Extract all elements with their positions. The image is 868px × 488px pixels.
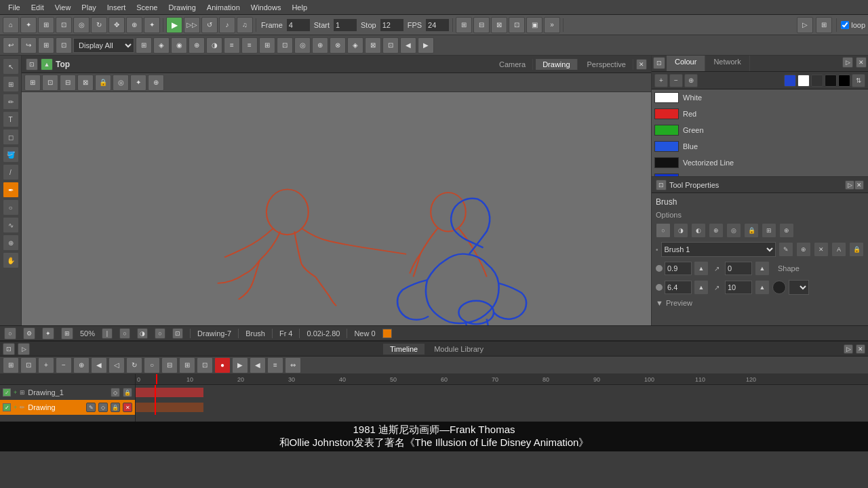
tb2-btn-5[interactable]: ⊞ [136,37,152,54]
vp-tb-2[interactable]: ⊡ [42,75,58,91]
opt-btn-5[interactable]: ◎ [726,223,741,238]
tp-copy-btn[interactable]: ⊕ [796,242,811,257]
tb2-btn-2[interactable]: ↪ [20,37,37,54]
home-button[interactable]: ⌂ [3,17,19,33]
tb2-btn-14[interactable]: ◎ [294,37,311,54]
right-tab-colour[interactable]: Colour [667,56,705,71]
ct-color-blue[interactable] [784,75,796,87]
rp-panel-icon[interactable]: ⊡ [653,57,665,69]
tb2-btn-15[interactable]: ⊕ [312,37,328,54]
tp-edit-btn[interactable]: ✎ [778,242,793,257]
menu-animation[interactable]: Animation [201,2,245,13]
render-btn-3[interactable]: ⊠ [491,17,507,33]
tl-close-btn[interactable]: ✕ [856,344,865,354]
tool-draw[interactable]: ✏ [3,94,19,110]
angle2-inc[interactable]: ▲ [755,280,770,295]
tp-panel-icon[interactable]: ⊡ [656,180,667,190]
frame-input[interactable] [286,18,311,32]
expand-btn[interactable]: ▷ [797,17,813,33]
layer2-lock[interactable]: 🔒 [111,403,120,412]
tool-btn-5[interactable]: ↻ [91,17,107,33]
tl-tb-14[interactable]: ▶ [232,357,248,373]
angle2-input[interactable] [725,281,752,294]
tb2-btn-8[interactable]: ⊕ [189,37,205,54]
size-input[interactable] [665,262,692,275]
tb2-btn-12[interactable]: ⊞ [259,37,275,54]
view-btn[interactable]: ⊞ [816,17,832,33]
layer2-check[interactable]: ✓ [3,403,11,411]
tl-tb-8[interactable]: ↻ [126,357,142,373]
tl-tb-16[interactable]: ≡ [267,357,283,373]
menu-drawing[interactable]: Drawing [163,2,201,13]
color-row-5[interactable]: New 2 [652,171,868,176]
ct-color-white[interactable] [797,75,810,87]
tool-select[interactable]: ↖ [3,58,19,75]
tp-delete-btn[interactable]: ✕ [814,242,829,257]
vp-tb-8[interactable]: ⊕ [148,75,164,91]
menu-view[interactable]: View [50,2,77,13]
tp-close-btn[interactable]: ✕ [854,180,864,190]
sb-icon-6[interactable]: ○ [119,328,130,339]
tool-btn-8[interactable]: ✦ [144,17,160,33]
render-btn-4[interactable]: ⊡ [509,17,525,33]
tp-text-btn[interactable]: A [831,242,846,257]
tl-tb-13[interactable]: ● [214,357,231,373]
render-btn-1[interactable]: ⊞ [456,17,472,33]
tl-tb-11[interactable]: ⊞ [179,357,195,373]
color-row-4[interactable]: Vectorized Line [652,155,868,171]
fps-input[interactable] [425,18,450,32]
layer1-key[interactable]: ◇ [111,388,120,397]
color-row-2[interactable]: Green [652,122,868,138]
tool-shape[interactable]: ○ [3,199,19,216]
tool-btn-2[interactable]: ⊞ [38,17,54,33]
vp-tab-perspective[interactable]: Perspective [580,59,633,70]
tb2-btn-18[interactable]: ⊠ [365,37,381,54]
tl-tb-5[interactable]: ⊕ [73,357,90,373]
tl-tb-15[interactable]: ◀ [250,357,266,373]
vp-tb-5[interactable]: 🔒 [95,75,111,91]
tl-tb-6[interactable]: ◀ [91,357,107,373]
ct-remove[interactable]: − [669,74,683,87]
rp-expand-btn[interactable]: ▷ [842,57,853,68]
menu-help[interactable]: Help [286,2,313,13]
render-btn-5[interactable]: ▣ [526,17,542,33]
ct-color-black2[interactable] [838,75,850,87]
tl-tb-10[interactable]: ⊟ [161,357,178,373]
color-row-1[interactable]: Red [652,106,868,122]
opt-btn-2[interactable]: ◑ [673,223,688,238]
timeline-frames[interactable]: 0 10 20 30 40 50 60 70 80 90 100 110 120 [136,374,868,422]
tl-tb-2[interactable]: ⊡ [20,357,37,373]
tp-lock-btn[interactable]: 🔒 [849,242,864,257]
menu-edit[interactable]: Edit [26,2,50,13]
tool-paint[interactable]: 🪣 [3,146,19,163]
menu-file[interactable]: File [3,2,26,13]
start-input[interactable] [333,18,357,32]
tool-curve[interactable]: ∿ [3,217,19,233]
vp-tb-3[interactable]: ⊟ [60,75,76,91]
render-btn-2[interactable]: ⊟ [473,17,490,33]
tl-expand-btn[interactable]: ▷ [844,344,853,354]
sound-button[interactable]: ♪ [219,17,235,33]
tb2-btn-1[interactable]: ↩ [3,37,19,54]
tb2-btn-13[interactable]: ⊡ [277,37,293,54]
tb2-btn-20[interactable]: ◀ [400,37,416,54]
tb2-btn-6[interactable]: ◈ [153,37,170,54]
layer-drawing1[interactable]: ✓ + ⊞ Drawing_1 ◇ 🔒 [0,385,135,400]
vp-tb-7[interactable]: ✦ [130,75,146,91]
size2-input[interactable] [665,281,692,294]
tb2-btn-3[interactable]: ⊞ [38,37,54,54]
sb-icon-1[interactable]: ○ [4,327,16,340]
tool-text[interactable]: T [3,111,19,127]
vp-top-icon[interactable]: ▲ [41,58,53,70]
right-tab-network[interactable]: Network [705,56,749,71]
stop-input[interactable] [380,18,404,32]
size2-inc[interactable]: ▲ [694,280,709,295]
sb-icon-9[interactable]: ⊡ [172,328,183,339]
tb2-btn-19[interactable]: ⊡ [382,37,399,54]
sb-icon-5[interactable]: | [102,328,113,339]
tool-btn-4[interactable]: ◎ [73,17,90,33]
vp-tb-1[interactable]: ⊞ [24,75,41,91]
tl-panel-icon[interactable]: ⊡ [3,343,15,355]
color-row-3[interactable]: Blue [652,138,868,155]
ct-arrows[interactable]: ⇅ [852,74,865,87]
